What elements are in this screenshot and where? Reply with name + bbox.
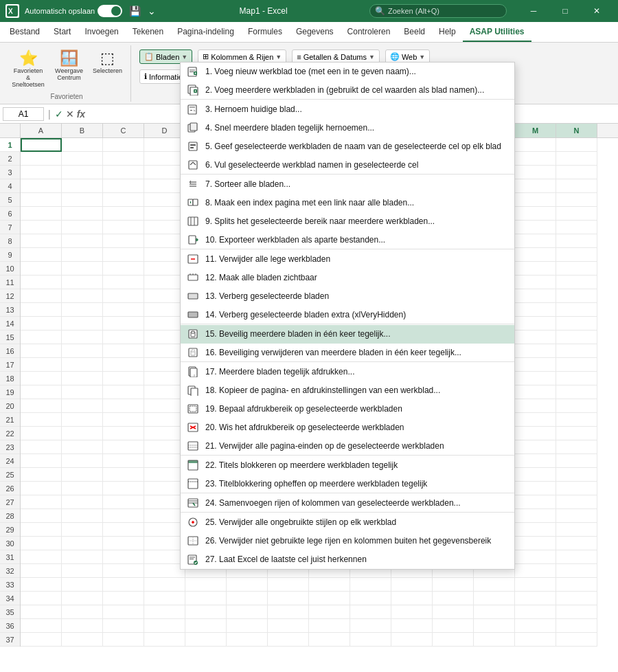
cell-a19[interactable] [21, 385, 62, 399]
cell-a15[interactable] [21, 331, 62, 344]
cell-m28[interactable] [515, 509, 556, 523]
cell-n27[interactable] [556, 495, 597, 509]
cell-b32[interactable] [62, 564, 103, 578]
cell-d29[interactable] [144, 523, 185, 537]
row-num-16[interactable]: 16 [0, 344, 20, 358]
cell-d6[interactable] [144, 207, 185, 221]
row-num-34[interactable]: 34 [0, 592, 20, 605]
row-num-27[interactable]: 27 [0, 495, 20, 509]
cell-a35[interactable] [21, 605, 62, 619]
cell-b20[interactable] [62, 399, 103, 413]
cell-n16[interactable] [556, 344, 597, 358]
menu-item-24[interactable]: 24. Samenvoegen rijen of kolommen van ge… [181, 494, 514, 513]
cell-c33[interactable] [103, 578, 144, 592]
cell-n28[interactable] [556, 509, 597, 523]
row-num-5[interactable]: 5 [0, 193, 20, 207]
cell-b17[interactable] [62, 358, 103, 372]
cell-d21[interactable] [144, 413, 185, 427]
cell-b25[interactable] [62, 468, 103, 482]
cell-m10[interactable] [515, 262, 556, 276]
cell-c28[interactable] [103, 509, 144, 523]
cell-d16[interactable] [144, 344, 185, 358]
cell-c11[interactable] [103, 276, 144, 289]
cell-d11[interactable] [144, 276, 185, 289]
cell-l35[interactable] [474, 605, 515, 619]
cell-d35[interactable] [144, 605, 185, 619]
menu-item-26[interactable]: 26. Verwijder niet gebruikte lege rijen … [181, 532, 514, 550]
cell-i37[interactable] [350, 633, 391, 647]
menu-item-25[interactable]: 25. Verwijder alle ongebruikte stijlen o… [181, 513, 514, 532]
menu-item-5[interactable]: 5. Geef geselecteerde werkbladen de naam… [181, 137, 514, 156]
menu-item-12[interactable]: 12. Maak alle bladen zichtbaar [181, 269, 514, 287]
menu-item-14[interactable]: 14. Verberg geselecteerde bladen extra (… [181, 306, 514, 324]
cell-m33[interactable] [515, 578, 556, 592]
cell-h35[interactable] [309, 605, 350, 619]
cell-b8[interactable] [62, 234, 103, 248]
col-header-c[interactable]: C [103, 124, 144, 137]
cell-m9[interactable] [515, 248, 556, 262]
menu-item-19[interactable]: 19. Bepaal afdrukbereik op geselecteerde… [181, 400, 514, 418]
undo-dropdown-icon[interactable]: ⌄ [146, 4, 157, 18]
cell-h34[interactable] [309, 592, 350, 605]
cell-m32[interactable] [515, 564, 556, 578]
cell-a32[interactable] [21, 564, 62, 578]
cell-a17[interactable] [21, 358, 62, 372]
tab-asap[interactable]: ASAP Utilities [463, 23, 531, 42]
cell-k35[interactable] [433, 605, 474, 619]
cell-n29[interactable] [556, 523, 597, 537]
cell-g34[interactable] [268, 592, 309, 605]
cell-h33[interactable] [309, 578, 350, 592]
row-num-26[interactable]: 26 [0, 482, 20, 495]
weergave-centrum-btn[interactable]: 🪟 Weergave Centrum [51, 47, 87, 91]
row-num-12[interactable]: 12 [0, 289, 20, 303]
cell-n17[interactable] [556, 358, 597, 372]
cell-m24[interactable] [515, 454, 556, 468]
cell-b37[interactable] [62, 633, 103, 647]
cell-a37[interactable] [21, 633, 62, 647]
cell-f34[interactable] [227, 592, 268, 605]
cell-c12[interactable] [103, 289, 144, 303]
cell-b15[interactable] [62, 331, 103, 344]
search-input[interactable] [369, 4, 507, 18]
cell-d3[interactable] [144, 166, 185, 179]
cell-g37[interactable] [268, 633, 309, 647]
menu-item-9[interactable]: 9. Splits het geselecteerde bereik naar … [181, 212, 514, 231]
cell-c30[interactable] [103, 537, 144, 550]
cell-g35[interactable] [268, 605, 309, 619]
cell-d23[interactable] [144, 440, 185, 454]
row-num-3[interactable]: 3 [0, 166, 20, 179]
cell-k37[interactable] [433, 633, 474, 647]
cell-a24[interactable] [21, 454, 62, 468]
cell-n23[interactable] [556, 440, 597, 454]
cell-a20[interactable] [21, 399, 62, 413]
cell-b36[interactable] [62, 619, 103, 633]
cell-n19[interactable] [556, 385, 597, 399]
cell-d34[interactable] [144, 592, 185, 605]
cell-a11[interactable] [21, 276, 62, 289]
cell-b21[interactable] [62, 413, 103, 427]
cell-d13[interactable] [144, 303, 185, 317]
cell-m2[interactable] [515, 152, 556, 166]
cell-c9[interactable] [103, 248, 144, 262]
cell-m12[interactable] [515, 289, 556, 303]
cell-a1[interactable] [21, 138, 62, 152]
row-num-21[interactable]: 21 [0, 413, 20, 427]
cell-reference-box[interactable] [3, 107, 44, 121]
cell-d32[interactable] [144, 564, 185, 578]
cell-n30[interactable] [556, 537, 597, 550]
cell-c5[interactable] [103, 193, 144, 207]
cell-d28[interactable] [144, 509, 185, 523]
cell-c29[interactable] [103, 523, 144, 537]
cell-b35[interactable] [62, 605, 103, 619]
cell-d31[interactable] [144, 550, 185, 564]
cell-c35[interactable] [103, 605, 144, 619]
cell-c34[interactable] [103, 592, 144, 605]
col-header-n[interactable]: N [556, 124, 597, 137]
menu-item-2[interactable]: 2. Voeg meerdere werkbladen in (gebruikt… [181, 81, 514, 100]
cell-h36[interactable] [309, 619, 350, 633]
cell-n34[interactable] [556, 592, 597, 605]
cell-c15[interactable] [103, 331, 144, 344]
menu-item-17[interactable]: 17. Meerdere bladen tegelijk afdrukken..… [181, 363, 514, 381]
cell-n22[interactable] [556, 427, 597, 440]
row-num-1[interactable]: 1 [0, 138, 20, 152]
